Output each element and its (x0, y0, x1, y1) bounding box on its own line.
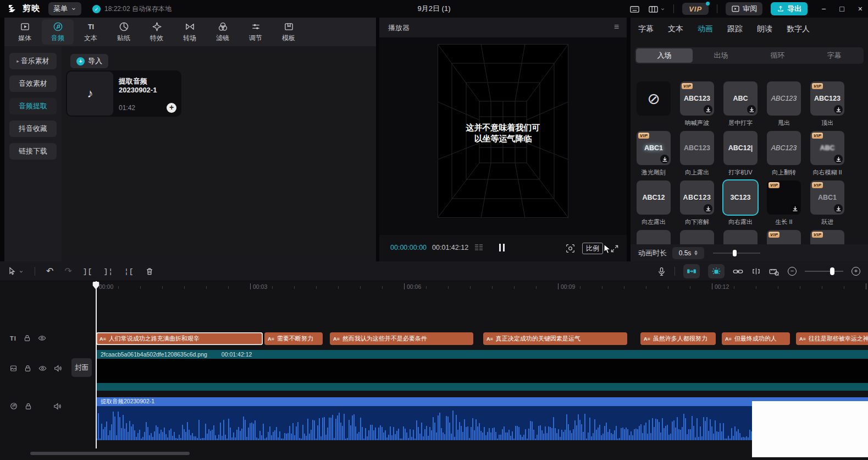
timeline-scrollbar[interactable] (30, 452, 190, 455)
duration-slider[interactable] (713, 253, 760, 254)
media-tab-滤镜[interactable]: 滤镜 (207, 19, 239, 45)
anim-tile-居中打字[interactable]: ABC (723, 81, 758, 116)
timeline-ruler[interactable]: 00:0000:0300:0600:0900:1200:15 (0, 281, 868, 293)
timeline-zoom-slider[interactable] (805, 271, 843, 272)
subtitle-clip[interactable]: A≡虽然许多人都很努力 (640, 332, 716, 345)
anim-tile-呐喊声波[interactable]: ABC123VIP (680, 81, 714, 116)
zoom-slider-handle[interactable] (830, 267, 834, 275)
pause-button[interactable] (499, 244, 505, 251)
auto-snap-button[interactable] (708, 264, 725, 278)
subtitle-clip[interactable]: A≡需要不断努力 (264, 332, 323, 345)
anim-subtab-字幕[interactable]: 字幕 (806, 48, 863, 63)
anim-tab-跟踪[interactable]: 跟踪 (727, 24, 743, 34)
record-voiceover-icon[interactable] (657, 267, 666, 276)
maximize-button[interactable]: □ (839, 4, 844, 13)
layout-switch-button[interactable] (648, 4, 665, 14)
subtitle-clip[interactable]: A≡但最终成功的人 (722, 332, 790, 345)
eye-icon[interactable] (38, 365, 47, 372)
add-to-timeline-button[interactable]: + (167, 103, 176, 113)
stepper-arrows-icon[interactable] (694, 250, 698, 255)
delete-right-button[interactable]: ¦[ (124, 267, 134, 276)
keyboard-shortcuts-icon[interactable] (629, 4, 640, 14)
anim-tile-向右露出[interactable]: 3C123 (723, 180, 758, 215)
player-menu-icon[interactable]: ≡ (614, 22, 619, 32)
anim-tab-字幕[interactable]: 字幕 (638, 24, 654, 34)
media-tab-贴纸[interactable]: 贴纸 (108, 19, 140, 45)
frame-list-icon[interactable] (474, 244, 484, 251)
lock-icon[interactable] (24, 335, 31, 342)
anim-tile-向下溶解[interactable]: ABC123 (680, 180, 714, 215)
anim-tab-朗读[interactable]: 朗读 (757, 24, 772, 34)
sidebar-item-音效素材[interactable]: 音效素材 (9, 75, 57, 92)
media-tab-媒体[interactable]: 媒体 (9, 19, 41, 45)
anim-tile-跃进[interactable]: ABC1VIP (810, 180, 844, 215)
anim-tab-动画[interactable]: 动画 (698, 24, 713, 34)
text-clip-badge-icon: A≡ (268, 336, 274, 342)
split-button[interactable]: ][ (83, 267, 93, 276)
media-tab-模板[interactable]: 模板 (273, 19, 305, 45)
anim-tile-向上翻转[interactable]: ABC123 (767, 131, 801, 165)
track-thumbnail-icon[interactable] (10, 365, 17, 372)
menu-button[interactable]: 菜单 (48, 2, 81, 15)
anim-tile-向右模糊 II[interactable]: ABCVIP (810, 131, 844, 165)
preview-axis-icon[interactable] (769, 267, 779, 276)
audio-asset-card[interactable]: ♪ 提取音频 20230902-1 01:42 + (66, 70, 181, 117)
mute-icon[interactable] (54, 365, 62, 372)
media-tab-文本[interactable]: TI文本 (75, 19, 107, 45)
eye-icon[interactable] (38, 335, 46, 342)
subtitle-clip[interactable]: A≡真正决定成功的关键因素是运气 (483, 332, 627, 345)
playhead-marker[interactable] (92, 281, 99, 290)
media-tab-转场[interactable]: 转场 (174, 19, 206, 45)
anim-tile-向左露出[interactable]: ABC12 (637, 180, 671, 215)
slider-handle[interactable] (733, 250, 737, 256)
lock-icon[interactable] (24, 365, 31, 372)
anim-tile-甩出[interactable]: ABC123 (767, 81, 801, 116)
anim-subtab-循环[interactable]: 循环 (749, 48, 806, 63)
minimize-button[interactable]: − (821, 4, 826, 13)
delete-left-button[interactable]: ]¦ (103, 267, 113, 276)
subtitle-clip[interactable]: A≡然而我认为这些并不是必要条件 (330, 332, 473, 345)
subtitle-clip[interactable]: A≡往往是那些被幸运之神 (796, 332, 868, 345)
video-preview[interactable]: 这并不意味着我们可 以坐等运气降临 (438, 44, 568, 218)
anim-subtab-入场[interactable]: 入场 (636, 48, 693, 63)
delete-button[interactable] (145, 267, 154, 276)
vip-button[interactable]: VIP (682, 3, 709, 15)
cover-button[interactable]: 封面 (71, 358, 92, 377)
duration-value-stepper[interactable]: 0.5s (672, 247, 704, 259)
select-tool[interactable] (8, 267, 24, 276)
anim-tile-打字机IV[interactable]: ABC12| (723, 131, 758, 165)
close-button[interactable]: × (858, 4, 863, 13)
ratio-button[interactable]: 比例 (582, 243, 603, 254)
sidebar-item-音频提取[interactable]: 音频提取 (9, 98, 57, 114)
anim-tab-数字人[interactable]: 数字人 (787, 24, 810, 34)
mute-icon[interactable] (53, 403, 61, 410)
review-button[interactable]: 审阅 (726, 2, 762, 15)
media-tab-调节[interactable]: 调节 (240, 19, 272, 45)
main-track-snap-button[interactable] (683, 264, 700, 278)
sidebar-item-链接下载[interactable]: 链接下载 (9, 143, 57, 160)
anim-tile-生长 II[interactable]: VIP (767, 180, 801, 215)
video-clip[interactable]: 2fcaacb5a061b4a502dfe1208635c6d.png 00:0… (96, 350, 868, 391)
import-button[interactable]: + 导入 (70, 54, 108, 68)
anim-tile-顶出[interactable]: ABC123VIP (810, 81, 844, 116)
undo-button[interactable]: ↶ (46, 267, 53, 276)
audio-track-icon[interactable] (10, 402, 18, 410)
subtitle-clip[interactable]: A≡人们常说成功之路充满曲折和艰辛 (96, 332, 263, 345)
anim-tab-文本[interactable]: 文本 (668, 24, 683, 34)
media-tab-音频[interactable]: 音频 (42, 19, 74, 45)
anim-subtab-出场[interactable]: 出场 (693, 48, 749, 63)
zoom-out-button[interactable]: − (788, 267, 797, 276)
anim-tile-none[interactable]: ⊘ (637, 81, 671, 116)
anim-tile-激光雕刻[interactable]: ABC1VIP (637, 131, 671, 165)
zoom-in-button[interactable]: + (852, 267, 860, 276)
playhead-line[interactable] (96, 281, 97, 448)
sidebar-item-抖音收藏[interactable]: 抖音收藏 (9, 121, 57, 137)
lock-icon[interactable] (25, 403, 32, 410)
media-tab-特效[interactable]: 特效 (141, 19, 173, 45)
focus-preview-icon[interactable] (566, 244, 575, 253)
anim-tile-向上露出[interactable]: ABC123 (680, 131, 714, 165)
freeze-split-icon[interactable] (751, 267, 761, 276)
link-clips-icon[interactable] (733, 267, 743, 276)
sidebar-item-音乐素材[interactable]: ▸音乐素材 (9, 53, 57, 69)
export-button[interactable]: 导出 (771, 2, 808, 15)
